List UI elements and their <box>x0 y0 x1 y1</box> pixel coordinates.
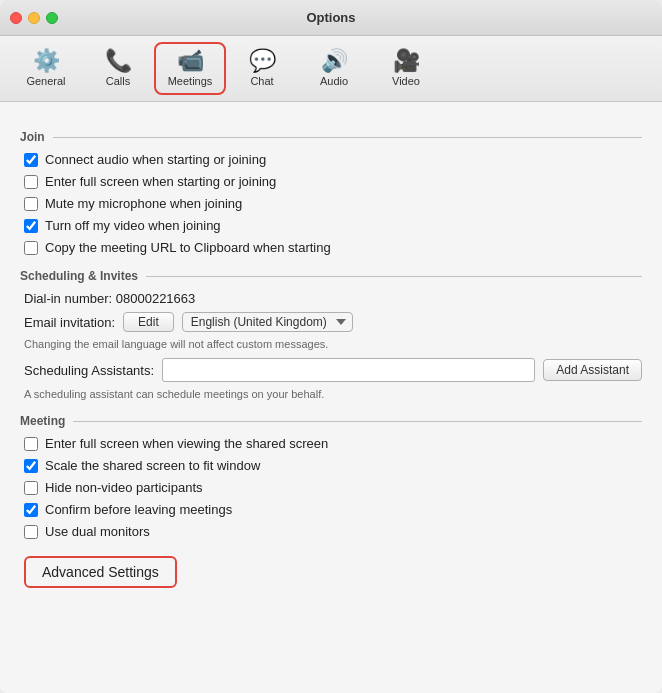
fullscreen-join-checkbox[interactable] <box>24 175 38 189</box>
video-icon: 🎥 <box>393 50 420 72</box>
scheduling-section-title: Scheduling & Invites <box>20 269 138 283</box>
dual-monitors-checkbox[interactable] <box>24 525 38 539</box>
toolbar-item-video[interactable]: 🎥 Video <box>370 44 442 93</box>
meeting-section-header: Meeting <box>20 414 642 428</box>
checkbox-scale-shared: Scale the shared screen to fit window <box>20 458 642 473</box>
email-invitation-label: Email invitation: <box>24 315 115 330</box>
fullscreen-shared-label: Enter full screen when viewing the share… <box>45 436 328 451</box>
toolbar-item-meetings[interactable]: 📹 Meetings <box>154 42 226 95</box>
toolbar-label-chat: Chat <box>250 75 273 87</box>
checkbox-mute-mic: Mute my microphone when joining <box>20 196 642 211</box>
checkbox-dual-monitors: Use dual monitors <box>20 524 642 539</box>
video-camera-icon: 📹 <box>177 50 204 72</box>
checkbox-hide-nonvideo: Hide non-video participants <box>20 480 642 495</box>
meeting-section-title: Meeting <box>20 414 65 428</box>
dialin-number: Dial-in number: 08000221663 <box>20 291 642 306</box>
email-hint: Changing the email language will not aff… <box>20 338 642 350</box>
minimize-button[interactable] <box>28 12 40 24</box>
join-section-title: Join <box>20 130 45 144</box>
confirm-leave-checkbox[interactable] <box>24 503 38 517</box>
connect-audio-label: Connect audio when starting or joining <box>45 152 266 167</box>
turn-off-video-checkbox[interactable] <box>24 219 38 233</box>
gear-icon: ⚙️ <box>33 50 60 72</box>
phone-icon: 📞 <box>105 50 132 72</box>
assistants-row: Scheduling Assistants: Add Assistant <box>20 358 642 382</box>
scale-shared-label: Scale the shared screen to fit window <box>45 458 260 473</box>
assistants-hint: A scheduling assistant can schedule meet… <box>20 388 642 400</box>
join-section-divider <box>53 137 642 138</box>
copy-url-checkbox[interactable] <box>24 241 38 255</box>
mute-mic-label: Mute my microphone when joining <box>45 196 242 211</box>
toolbar-label-meetings: Meetings <box>168 75 213 87</box>
traffic-lights <box>10 12 58 24</box>
settings-content: Join Connect audio when starting or join… <box>0 102 662 693</box>
chat-icon: 💬 <box>249 50 276 72</box>
scheduling-section-divider <box>146 276 642 277</box>
checkbox-fullscreen-shared: Enter full screen when viewing the share… <box>20 436 642 451</box>
turn-off-video-label: Turn off my video when joining <box>45 218 221 233</box>
language-select[interactable]: English (United Kingdom) <box>182 312 353 332</box>
assistants-label: Scheduling Assistants: <box>24 363 154 378</box>
advanced-settings-button[interactable]: Advanced Settings <box>24 556 177 588</box>
window-title: Options <box>306 10 355 25</box>
checkbox-confirm-leave: Confirm before leaving meetings <box>20 502 642 517</box>
join-section-header: Join <box>20 130 642 144</box>
close-button[interactable] <box>10 12 22 24</box>
checkbox-fullscreen-join: Enter full screen when starting or joini… <box>20 174 642 189</box>
maximize-button[interactable] <box>46 12 58 24</box>
hide-nonvideo-label: Hide non-video participants <box>45 480 203 495</box>
toolbar-item-chat[interactable]: 💬 Chat <box>226 44 298 93</box>
checkbox-turn-off-video: Turn off my video when joining <box>20 218 642 233</box>
toolbar-label-general: General <box>26 75 65 87</box>
assistants-input[interactable] <box>162 358 535 382</box>
toolbar-label-calls: Calls <box>106 75 130 87</box>
edit-button[interactable]: Edit <box>123 312 174 332</box>
main-window: Options ⚙️ General 📞 Calls 📹 Meetings 💬 … <box>0 0 662 693</box>
toolbar-label-video: Video <box>392 75 420 87</box>
confirm-leave-label: Confirm before leaving meetings <box>45 502 232 517</box>
email-invitation-row: Email invitation: Edit English (United K… <box>20 312 642 332</box>
copy-url-label: Copy the meeting URL to Clipboard when s… <box>45 240 331 255</box>
fullscreen-join-label: Enter full screen when starting or joini… <box>45 174 276 189</box>
titlebar: Options <box>0 0 662 36</box>
scheduling-section-header: Scheduling & Invites <box>20 269 642 283</box>
dual-monitors-label: Use dual monitors <box>45 524 150 539</box>
add-assistant-button[interactable]: Add Assistant <box>543 359 642 381</box>
toolbar: ⚙️ General 📞 Calls 📹 Meetings 💬 Chat 🔊 A… <box>0 36 662 102</box>
toolbar-label-audio: Audio <box>320 75 348 87</box>
checkbox-connect-audio: Connect audio when starting or joining <box>20 152 642 167</box>
audio-icon: 🔊 <box>321 50 348 72</box>
scale-shared-checkbox[interactable] <box>24 459 38 473</box>
toolbar-item-general[interactable]: ⚙️ General <box>10 44 82 93</box>
toolbar-item-calls[interactable]: 📞 Calls <box>82 44 154 93</box>
connect-audio-checkbox[interactable] <box>24 153 38 167</box>
checkbox-copy-url: Copy the meeting URL to Clipboard when s… <box>20 240 642 255</box>
hide-nonvideo-checkbox[interactable] <box>24 481 38 495</box>
meeting-section-divider <box>73 421 642 422</box>
fullscreen-shared-checkbox[interactable] <box>24 437 38 451</box>
mute-mic-checkbox[interactable] <box>24 197 38 211</box>
toolbar-item-audio[interactable]: 🔊 Audio <box>298 44 370 93</box>
